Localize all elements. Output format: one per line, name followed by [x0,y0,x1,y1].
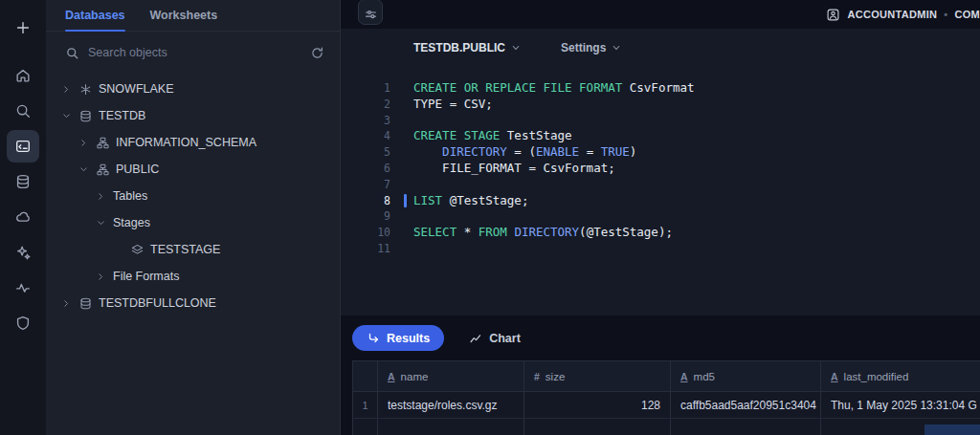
main-header: ACCOUNTADMIN • COM [341,0,980,29]
line-number: 4 [341,128,390,144]
tab-worksheets[interactable]: Worksheets [150,0,218,31]
line-number: 3 [341,113,390,129]
marketplace-icon [14,208,32,226]
rail-item-home[interactable] [7,59,39,92]
account-menu[interactable]: ACCOUNTADMIN • COM [826,8,980,22]
results-table: Aname#sizeAmd5Alast_modified 1teststage/… [352,360,980,435]
chevron-down-icon[interactable] [94,218,107,228]
chevron-right-icon[interactable] [94,272,107,282]
code-line-2[interactable]: 2TYPE = CSV; [341,97,980,113]
settings-menu[interactable]: Settings [561,41,621,54]
line-number: 6 [341,161,390,177]
gutter [390,241,413,257]
sidebar-item-snowflake[interactable]: SNOWFLAKE [46,76,340,102]
active-statement-marker [390,193,413,209]
home-icon [14,67,32,84]
rail-item-marketplace[interactable] [7,201,39,233]
column-header-last_modified[interactable]: Alast_modified [821,361,980,391]
column-header-size[interactable]: #size [524,361,671,391]
gutter [390,80,413,97]
separator-dot: • [944,9,947,20]
database-schema-selector[interactable]: TESTDB.PUBLIC [413,41,521,54]
chevron-right-icon[interactable] [77,138,90,148]
code-line-8[interactable]: 8LIST @TestStage; [341,193,980,209]
sidebar-item-label: TESTDBFULLCLONE [99,296,216,310]
sidebar-item-testdb[interactable]: TESTDB [46,102,340,129]
table-row[interactable]: 1teststage/roles.csv.gz128caffb5aad5aaf2… [353,392,980,419]
code-text: TYPE = CSV; [413,97,493,113]
name-cell[interactable]: teststage/roles.csv.gz [378,392,524,418]
code-text: FILE_FORMAT = CsvFormat; [413,161,615,177]
sidebar-item-public[interactable]: PUBLIC [46,156,340,183]
gutter [390,225,413,241]
text-type-icon: A [388,371,395,382]
sidebar-item-label: PUBLIC [116,163,159,176]
schema-icon [96,163,110,177]
sidebar-tabs: Databases Worksheets [46,0,340,32]
sql-editor[interactable]: 1CREATE OR REPLACE FILE FORMAT CsvFormat… [341,67,980,257]
empty-cell [353,419,378,435]
chart-tab[interactable]: Chart [469,332,521,345]
gutter [390,97,413,113]
database-icon [78,296,93,311]
code-line-11[interactable]: 11 [341,241,980,257]
sidebar-item-stages[interactable]: Stages [46,209,340,236]
code-line-6[interactable]: 6 FILE_FORMAT = CsvFormat; [341,161,980,177]
column-label: size [546,371,565,382]
refresh-button[interactable] [310,46,324,60]
column-header-md5[interactable]: Amd5 [671,361,821,391]
tab-databases[interactable]: Databases [65,0,125,31]
sidebar-item-testdbfullclone[interactable]: TESTDBFULLCLONE [46,290,340,316]
results-tab[interactable]: Results [352,325,444,351]
chevron-right-icon[interactable] [59,84,73,95]
line-number: 7 [341,177,390,193]
rail-item-admin[interactable] [7,307,39,339]
gutter [390,177,413,193]
code-line-1[interactable]: 1CREATE OR REPLACE FILE FORMAT CsvFormat [341,80,980,97]
code-text: CREATE STAGE TestStage [413,128,572,144]
sidebar-item-label: File Formats [113,270,179,283]
table-row-partial [353,419,980,435]
chevron-down-icon[interactable] [59,111,73,121]
code-line-4[interactable]: 4CREATE STAGE TestStage [341,128,980,144]
code-line-5[interactable]: 5 DIRECTORY = (ENABLE = TRUE) [341,144,980,161]
sidebar-item-teststage[interactable]: TESTSTAGE [46,236,340,263]
code-line-3[interactable]: 3 [341,113,980,129]
sidebar-item-information-schema[interactable]: INFORMATION_SCHEMA [46,129,340,156]
text-type-icon: A [831,371,838,382]
projects-icon [14,138,32,155]
rail-item-search[interactable] [7,95,39,127]
worksheet-editor: TESTDB.PUBLIC Settings 1CREATE OR REPLAC… [341,29,980,315]
sidebar-item-tables[interactable]: Tables [46,183,340,209]
chevron-down-icon[interactable] [77,164,90,175]
chevron-right-icon[interactable] [94,191,107,202]
size-cell[interactable]: 128 [524,392,671,418]
object-tree: SNOWFLAKETESTDBINFORMATION_SCHEMAPUBLICT… [46,74,340,435]
code-line-9[interactable]: 9 [341,208,980,225]
row-number-cell[interactable]: 1 [353,392,378,418]
chart-tab-label: Chart [489,332,521,345]
chevron-right-icon[interactable] [59,298,73,309]
last-modified-cell[interactable]: Thu, 1 May 2025 13:31:04 G [821,392,980,418]
empty-cell [378,419,524,435]
line-number: 10 [341,225,390,241]
chevron-down-icon [511,43,521,53]
settings-label: Settings [561,41,606,54]
sidebar-item-label: INFORMATION_SCHEMA [116,136,256,149]
rail-item-data[interactable] [7,165,39,198]
rail-item-monitoring[interactable] [7,272,39,304]
code-line-7[interactable]: 7 [341,177,980,193]
search-input[interactable]: Search objects [65,46,302,60]
gutter [390,161,413,177]
rail-item-projects[interactable] [7,130,39,163]
rail-item-ai-ml[interactable] [7,236,39,269]
sidebar-item-file-formats[interactable]: File Formats [46,263,340,290]
editor-options-button[interactable] [358,0,383,25]
data-icon [14,173,32,190]
context-label: TESTDB.PUBLIC [413,41,505,54]
table-body: 1teststage/roles.csv.gz128caffb5aad5aaf2… [353,392,980,435]
md5-cell[interactable]: caffb5aad5aaf20951c3404 [671,392,821,418]
rail-item-plus[interactable] [7,11,39,44]
code-line-10[interactable]: 10SELECT * FROM DIRECTORY(@TestStage); [341,225,980,241]
column-header-name[interactable]: Aname [378,361,524,391]
